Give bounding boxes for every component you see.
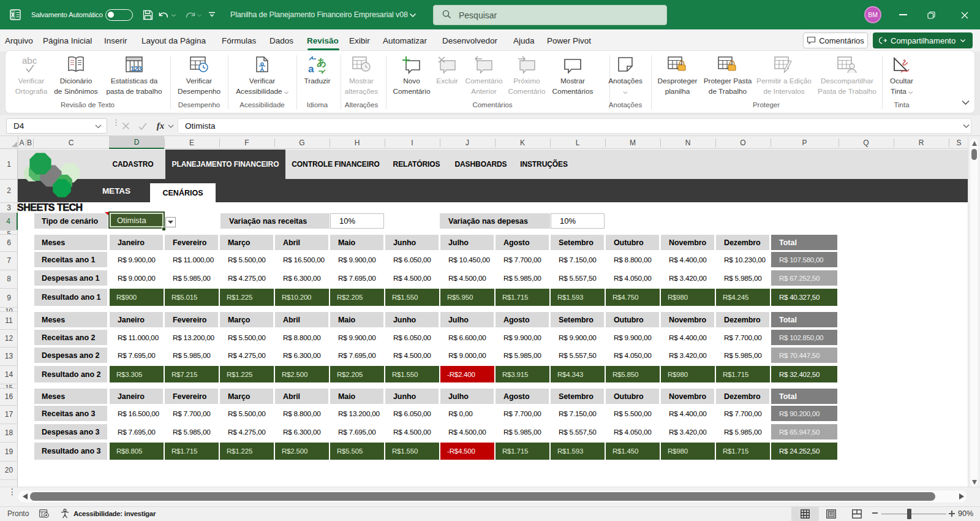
svg-text:a: a xyxy=(308,63,314,74)
svg-text:あ: あ xyxy=(317,57,326,68)
svg-text:123: 123 xyxy=(130,65,141,72)
svg-text:abc: abc xyxy=(22,56,37,66)
